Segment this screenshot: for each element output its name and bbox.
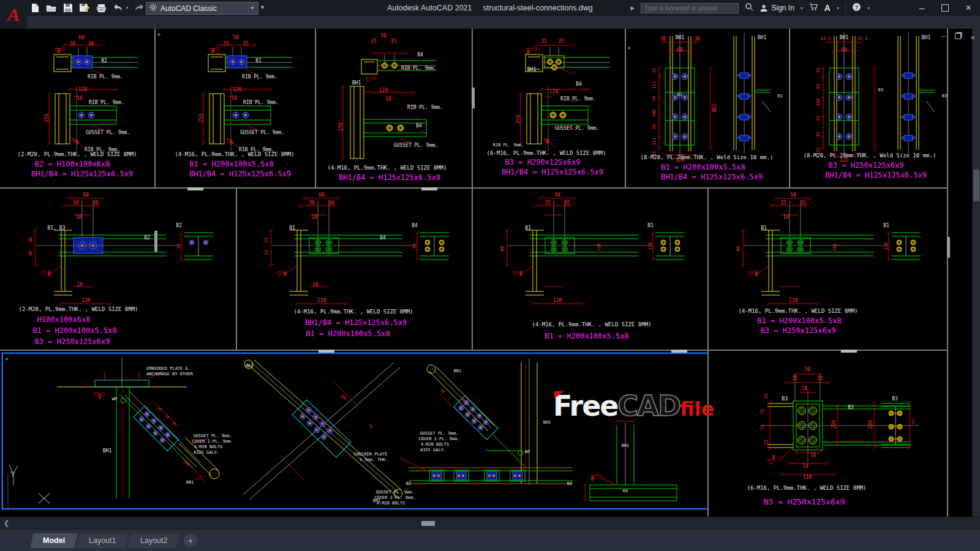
vertical-scrollbar-thumb[interactable] [973,170,979,201]
viewport-r1p5[interactable]: 30BH1306035111501005011135482B1120BH1B1(… [625,29,789,187]
undo-button[interactable] [112,2,123,13]
dimension-label: 35 [816,68,821,73]
new-layout-button[interactable]: + [184,534,197,547]
save-as-button[interactable] [79,2,90,13]
save-button[interactable] [62,2,74,13]
dimension-label: 60 [83,192,89,198]
dimension-label: 32.5 [821,36,831,41]
dimension-label: A325 GALV. [194,450,219,455]
dimension-label: RIB PL. 9mm. [242,74,277,80]
dimension-label: 8 [755,272,758,277]
dimension-label: 32.5 [858,36,868,41]
dimension-label: 110 [803,474,812,480]
caption-line: (4-M16, PL.9mm.THK. , WELD SIZE 8MM) [175,151,294,157]
autodesk-app-icon[interactable]: A [824,3,831,13]
dimension-label: BH1 [840,35,848,40]
dimension-label: 25 [264,238,269,242]
new-file-button[interactable] [29,2,40,13]
minimize-button[interactable]: ─ [910,0,933,16]
scroll-left-icon[interactable]: ❮ [4,519,9,527]
dimension-label: B3 [892,396,898,402]
viewport-scrollbar-thumb[interactable] [154,231,157,252]
dimension-label: B1 [647,223,654,228]
viewport-r2p4[interactable]: 50353510B1801508130B1150(4-M16, PL.9mm.T… [707,187,947,350]
viewport-pan-icon[interactable]: + [5,356,9,362]
vertical-scrollbar[interactable] [972,29,980,517]
viewport-pan-icon[interactable]: + [157,31,160,37]
dimension-label: BR1 [186,480,194,485]
viewport-r3p2[interactable]: 50252510B3B32575752520081010110B3200(6-M… [707,350,947,517]
help-caret-icon[interactable]: ▾ [867,6,870,11]
viewport-r2p3[interactable]: 503535B1801508130B1150(4-M16, PL.9mm.THK… [472,187,707,350]
viewport-r1p1[interactable]: 6030308B2RIB PL. 9mm.12010RIB PL. 9mm.25… [0,29,154,187]
dimension-label: 4-M20 BOLTS [377,501,405,506]
doc-close-icon[interactable]: × [968,33,978,42]
open-folder-button[interactable] [46,2,57,13]
dimension-label: 50 [652,96,657,101]
search-icon[interactable] [745,2,753,13]
caption-line: (4-M16, PL.9mm.THK. , WELD SIZE 8MM) [738,308,858,314]
qat-customize-icon[interactable]: ▼ [260,4,265,10]
autocad-logo-icon[interactable]: A [0,0,27,29]
dimension-label: BH1 [352,80,361,86]
viewport-pan-icon[interactable]: + [627,45,631,51]
signin-button[interactable]: Sign In [760,4,794,12]
viewport-r1p2[interactable]: 5035358B1RIB PL. 9mm.12010RIB PL. 9mm.25… [154,29,315,187]
viewport-scrollbar-thumb[interactable] [841,350,857,353]
viewport-r1p6[interactable]: 32.5BH132.5603585120658535B3125BH1B3(8-M… [789,29,947,187]
viewport-r2p2[interactable]: 603030102525B1B481013090B4(4-M16, PL.9mm… [236,187,472,350]
detail-sketch [707,350,947,517]
dimension-label: 75 [760,409,765,414]
watermark-free: Free [553,389,618,422]
viewport-scrollbar-thumb[interactable] [472,88,475,108]
drawing-canvas[interactable]: 6030308B2RIB PL. 9mm.12010RIB PL. 9mm.25… [0,29,980,517]
dimension-label: B1 [289,225,295,231]
viewport-divider [947,29,948,517]
viewport-scrollbar-thumb[interactable] [947,237,950,258]
caption-line: (4-M16, PL.9mm.THK. , WELD SIZE 8MM) [327,165,447,171]
viewport-r3sel[interactable]: EMBEDDED PLATE &ANCHORAGE BY OTHER8WPBH1… [2,353,709,509]
search-collapse-icon[interactable]: ▶ [631,5,635,11]
app-caret-icon[interactable]: ▾ [837,6,839,11]
dimension-label: 35 [371,39,377,44]
viewport-scrollbar-thumb[interactable] [318,350,334,353]
workspace-switcher[interactable]: AutoCAD Classic ▼ [146,2,258,15]
viewport-r2p1[interactable]: 60303010B1, B3B23030810130B250(2-M20, PL… [0,187,236,350]
tab-layout1[interactable]: Layout1 [77,533,129,548]
dimension-label: B4 [416,123,422,129]
dimension-label: B4 [623,489,628,493]
viewport-scrollbar-thumb[interactable] [671,350,687,353]
caption-line: B3 = H250x125x6x9 [761,326,836,335]
dimension-label: 90 [412,244,417,249]
signin-caret-icon[interactable]: ▾ [801,6,803,11]
viewport-r1p4[interactable]: 35358BH1B4RIB PL. 9mm.120GUSSET PL. 9mm.… [472,29,625,187]
redo-button[interactable] [134,2,145,13]
viewport-scrollbar-thumb[interactable] [421,187,437,190]
undo-caret-icon[interactable]: ▾ [126,6,129,10]
gear-icon [149,4,157,13]
dimension-label: 250 [338,122,344,131]
dimension-label: 8 [58,48,61,54]
dimension-label: B4 [412,223,418,228]
doc-minimize-icon[interactable]: ─ [938,33,948,42]
caption-line: B3 = H250x125x6x9 [763,497,845,506]
dimension-label: 50 [233,35,239,40]
search-input[interactable] [641,3,739,13]
caption-line: (8-M20, PL.20mm.THK. , Weld Size 10 mm.) [804,152,937,159]
horizontal-scrollbar[interactable]: ❮ [0,517,980,530]
help-icon[interactable]: ? [852,2,861,14]
close-button[interactable]: × [957,0,980,16]
tab-layout2[interactable]: Layout2 [127,533,180,548]
maximize-button[interactable] [933,0,957,16]
horizontal-scrollbar-thumb[interactable] [421,521,435,526]
viewport-scrollbar-thumb[interactable] [187,187,203,190]
viewport-r1p3[interactable]: 355035B4RIB PL. 9mm.12010BH1RIB PL. 9mm.… [315,29,472,187]
doc-restore-icon[interactable] [953,33,963,42]
dimension-label: 10 [802,463,809,469]
layout-tabs: ModelLayout1Layout2+ [32,533,197,548]
dimension-label: GUSSET PL. 9mm. [555,126,599,131]
cart-icon[interactable] [809,2,818,13]
tab-model[interactable]: Model [30,533,77,548]
plot-button[interactable] [96,2,107,13]
dimension-label: RIB PL. 9mm. [243,100,279,105]
